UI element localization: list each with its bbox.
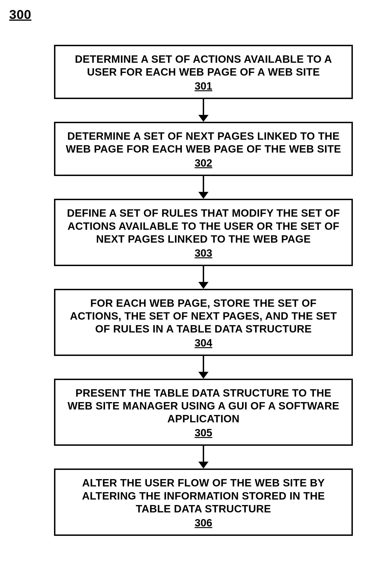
step-number: 302 (64, 157, 342, 169)
step-text: PRESENT THE TABLE DATA STRUCTURE TO THE … (64, 387, 342, 425)
flow-step-302: DETERMINE A SET OF NEXT PAGES LINKED TO … (54, 122, 353, 176)
arrow-down-icon (198, 446, 208, 469)
step-number: 304 (64, 337, 342, 349)
step-text: DEFINE A SET OF RULES THAT MODIFY THE SE… (64, 207, 342, 245)
arrow-down-icon (198, 99, 208, 122)
step-number: 301 (64, 80, 342, 92)
flowchart: DETERMINE A SET OF ACTIONS AVAILABLE TO … (53, 45, 354, 536)
arrow-down-icon (198, 176, 208, 199)
step-text: DETERMINE A SET OF ACTIONS AVAILABLE TO … (64, 52, 342, 78)
arrow-down-icon (198, 356, 208, 379)
step-text: FOR EACH WEB PAGE, STORE THE SET OF ACTI… (64, 297, 342, 335)
step-text: DETERMINE A SET OF NEXT PAGES LINKED TO … (64, 130, 342, 155)
arrow-down-icon (198, 266, 208, 289)
step-text: ALTER THE USER FLOW OF THE WEB SITE BY A… (64, 476, 342, 515)
flow-step-304: FOR EACH WEB PAGE, STORE THE SET OF ACTI… (54, 289, 353, 356)
step-number: 305 (64, 426, 342, 439)
step-number: 303 (64, 247, 342, 259)
flowchart-page: 300 DETERMINE A SET OF ACTIONS AVAILABLE… (0, 0, 374, 588)
flow-step-305: PRESENT THE TABLE DATA STRUCTURE TO THE … (54, 379, 353, 446)
flow-step-301: DETERMINE A SET OF ACTIONS AVAILABLE TO … (54, 45, 353, 99)
step-number: 306 (64, 516, 342, 529)
flow-step-306: ALTER THE USER FLOW OF THE WEB SITE BY A… (54, 469, 353, 536)
figure-number: 300 (9, 7, 31, 22)
flow-step-303: DEFINE A SET OF RULES THAT MODIFY THE SE… (54, 199, 353, 266)
